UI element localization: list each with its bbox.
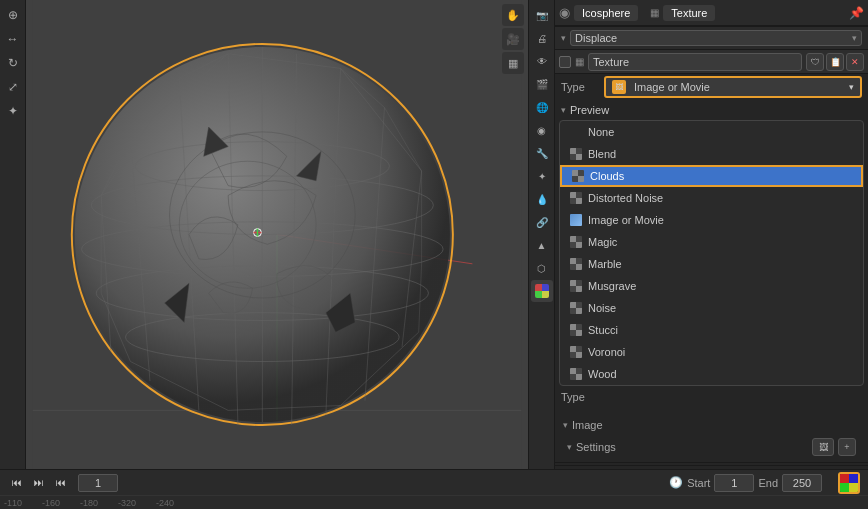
type-row: Type 🖼 Image or Movie ▾	[555, 74, 868, 100]
preview-arrow: ▾	[561, 105, 566, 115]
voronoi-icon	[570, 346, 582, 358]
prop-header: ◉ Icosphere ▦ Texture 📌	[555, 0, 868, 26]
bottom-bar: ⏮ ⏭ ⏮ 🕐 Start End	[0, 469, 868, 495]
settings-row: ▾ Settings 🖼 +	[561, 436, 862, 458]
magic-icon	[570, 236, 582, 248]
dropdown-item-distorted-noise[interactable]: Distorted Noise	[560, 187, 863, 209]
texture-tab-icon: ▦	[650, 7, 659, 18]
prop-icon-object[interactable]: ◉	[531, 119, 553, 141]
prop-icon-physics[interactable]: 💧	[531, 188, 553, 210]
type-bottom-label: Type	[555, 386, 868, 408]
prop-icon-output[interactable]: 🖨	[531, 27, 553, 49]
tab-icosphere-label: Icosphere	[582, 7, 630, 19]
prop-icon-texture[interactable]	[531, 280, 553, 302]
toolbar-scale-icon[interactable]: ⤢	[2, 76, 24, 98]
preview-label: Preview	[570, 104, 609, 116]
dropdown-item-magic[interactable]: Magic	[560, 231, 863, 253]
texture-section-icon: ▦	[575, 56, 584, 67]
type-dropdown-menu: None Blend Clouds Distorted Noise	[559, 120, 864, 386]
toolbar-transform-icon[interactable]: ✦	[2, 100, 24, 122]
start-label: Start	[687, 477, 710, 489]
displace-header: ▾ Displace ▾	[555, 26, 868, 50]
icosphere-tab-icon: ◉	[559, 5, 570, 20]
image-add-btn[interactable]: +	[838, 438, 856, 456]
start-frame-input[interactable]	[714, 474, 754, 492]
prop-icon-data[interactable]: ▲	[531, 234, 553, 256]
divider-1	[555, 462, 868, 463]
toolbar-rotate-icon[interactable]: ↻	[2, 52, 24, 74]
image-row: ▾ Image	[561, 414, 862, 436]
texture-shield-btn[interactable]: 🛡	[806, 53, 824, 71]
type-dropdown[interactable]: 🖼 Image or Movie ▾	[604, 76, 862, 98]
distorted-noise-icon	[570, 192, 582, 204]
noise-icon	[570, 302, 582, 314]
texture-close-btn[interactable]: ✕	[846, 53, 864, 71]
viewport-hand-icon[interactable]: ✋	[502, 4, 524, 26]
prop-icon-scene[interactable]: 🎬	[531, 73, 553, 95]
image-slot-btn[interactable]: 🖼	[812, 438, 834, 456]
displace-chevron: ▾	[852, 33, 857, 43]
clouds-label: Clouds	[590, 170, 624, 182]
bottom-texture-icon[interactable]	[838, 472, 860, 494]
prop-icon-render[interactable]: 📷	[531, 4, 553, 26]
prop-icon-material[interactable]: ⬡	[531, 257, 553, 279]
current-frame-input[interactable]	[78, 474, 118, 492]
dropdown-item-wood[interactable]: Wood	[560, 363, 863, 385]
toolbar-left: ⊕ ↔ ↻ ⤢ ✦	[0, 0, 26, 469]
distorted-noise-label: Distorted Noise	[588, 192, 663, 204]
bottom-texture-icon-wrapper	[838, 472, 860, 494]
prop-icon-world[interactable]: 🌐	[531, 96, 553, 118]
texture-name-field[interactable]	[588, 53, 802, 71]
toolbar-select-icon[interactable]: ⊕	[2, 4, 24, 26]
tab-icosphere[interactable]: Icosphere	[574, 5, 638, 21]
texture-buttons: 🛡 📋 ✕	[806, 53, 864, 71]
image-label: Image	[572, 419, 603, 431]
prop-icons-sidebar: 📷 🖨 👁 🎬 🌐 ◉ 🔧 ✦ 💧 🔗 ▲ ⬡	[529, 0, 555, 469]
dropdown-item-noise[interactable]: Noise	[560, 297, 863, 319]
viewport[interactable]: ✋ 🎥 ▦	[26, 0, 528, 469]
wood-icon	[570, 368, 582, 380]
type-dropdown-value: Image or Movie	[634, 81, 710, 93]
texture-copy-btn[interactable]: 📋	[826, 53, 844, 71]
prop-icon-view[interactable]: 👁	[531, 50, 553, 72]
main-area: ⊕ ↔ ↻ ⤢ ✦	[0, 0, 868, 469]
marble-icon	[570, 258, 582, 270]
prop-content: ◉ Icosphere ▦ Texture 📌 ▾ Displace ▾	[555, 0, 868, 469]
blend-label: Blend	[588, 148, 616, 160]
musgrave-icon	[570, 280, 582, 292]
dropdown-item-image-or-movie[interactable]: Image or Movie	[560, 209, 863, 231]
dropdown-item-voronoi[interactable]: Voronoi	[560, 341, 863, 363]
prop-icon-particles[interactable]: ✦	[531, 165, 553, 187]
type-dropdown-chevron: ▾	[849, 82, 854, 92]
tab-texture[interactable]: Texture	[663, 5, 715, 21]
viewport-grid-icon[interactable]: ▦	[502, 52, 524, 74]
viewport-camera-icon[interactable]: 🎥	[502, 28, 524, 50]
dropdown-item-musgrave[interactable]: Musgrave	[560, 275, 863, 297]
viewport-top-icons: ✋ 🎥 ▦	[502, 4, 524, 74]
dropdown-item-clouds[interactable]: Clouds	[560, 165, 863, 187]
displace-dropdown[interactable]: Displace ▾	[570, 30, 862, 46]
play-prev-btn[interactable]: ⏭	[30, 474, 48, 492]
voronoi-label: Voronoi	[588, 346, 625, 358]
clock-icon: 🕐	[669, 476, 683, 489]
image-movie-icon	[570, 214, 582, 226]
pin-icon[interactable]: 📌	[849, 6, 864, 20]
prop-icon-constraints[interactable]: 🔗	[531, 211, 553, 233]
ruler-mark-5: -240	[156, 498, 174, 508]
dropdown-item-marble[interactable]: Marble	[560, 253, 863, 275]
texture-checkbox[interactable]	[559, 56, 571, 68]
frame-info: 🕐 Start End	[669, 474, 822, 492]
play-end-btn[interactable]: ⏮	[52, 474, 70, 492]
prop-icon-modifier[interactable]: 🔧	[531, 142, 553, 164]
toolbar-grab-icon[interactable]: ↔	[2, 28, 24, 50]
magic-label: Magic	[588, 236, 617, 248]
play-start-btn[interactable]: ⏮	[8, 474, 26, 492]
dropdown-item-none[interactable]: None	[560, 121, 863, 143]
noise-label: Noise	[588, 302, 616, 314]
stucci-label: Stucci	[588, 324, 618, 336]
end-frame-input[interactable]	[782, 474, 822, 492]
dropdown-item-blend[interactable]: Blend	[560, 143, 863, 165]
preview-toggle[interactable]: ▾ Preview	[561, 102, 862, 118]
dropdown-item-stucci[interactable]: Stucci	[560, 319, 863, 341]
clouds-icon	[572, 170, 584, 182]
